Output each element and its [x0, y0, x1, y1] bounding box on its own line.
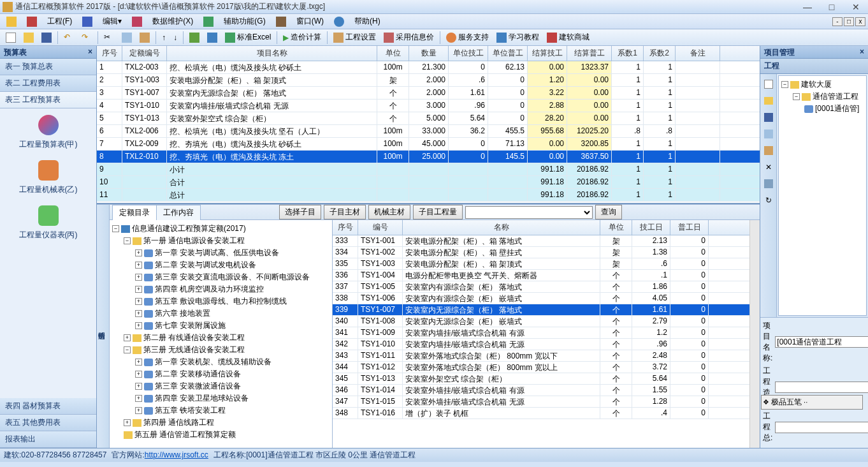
menu-window-icon[interactable] [272, 15, 290, 28]
col-header[interactable]: 序号 [97, 46, 122, 61]
rt-new[interactable] [762, 78, 775, 91]
col-header[interactable]: 备注 [676, 46, 720, 61]
tree-node[interactable]: +第一章 安装机架、缆线及辅助设备 [112, 356, 329, 368]
rt-copy[interactable] [762, 128, 775, 140]
tb-undo[interactable]: ↶ [61, 31, 77, 45]
expand-icon[interactable]: + [135, 286, 142, 293]
panel-close-button[interactable]: × [88, 47, 92, 57]
maximize-button[interactable]: □ [822, 1, 841, 13]
table-row[interactable]: 2TSY1-003安装电源分配架（柜）、箱 架顶式架2.000.601.200.… [97, 74, 760, 87]
btn-item-material[interactable]: 子目主材 [324, 205, 366, 219]
menu-edit-icon[interactable] [78, 15, 96, 28]
nav-label-2[interactable]: 工程量机械表(乙) [19, 184, 78, 195]
menu-project[interactable]: 工程(F) [43, 15, 76, 28]
btn-query[interactable]: 查询 [595, 205, 622, 219]
expand-icon[interactable]: + [135, 310, 142, 317]
menu-data[interactable]: 数据维护(X) [148, 15, 197, 28]
tb-redo[interactable]: ↷ [78, 31, 95, 45]
status-link[interactable]: http://www.jrsoft.cc [145, 450, 208, 459]
tb-copy[interactable] [119, 31, 135, 45]
menu-aux-icon[interactable] [199, 15, 217, 28]
expand-icon[interactable]: − [124, 346, 131, 353]
tb-cut[interactable]: ✂ [101, 31, 117, 45]
expand-icon[interactable]: − [124, 237, 131, 244]
expand-icon[interactable]: + [124, 419, 131, 426]
menu-edit[interactable]: 编辑▾ [99, 15, 126, 28]
nav-table1[interactable]: 表一 预算总表 [0, 59, 96, 75]
scrollbar[interactable] [749, 220, 760, 448]
tb-adopt[interactable]: 采用信息价 [380, 30, 437, 45]
expand-icon[interactable]: + [135, 249, 142, 256]
prop-total-input[interactable] [775, 422, 868, 433]
expand-icon[interactable]: + [135, 371, 142, 378]
ime-indicator[interactable]: ❖ 极品五笔 ·· [761, 395, 863, 410]
nav-table4[interactable]: 表四 器材预算表 [0, 398, 96, 415]
tree-node[interactable]: +第四章 机房空调及动力环境监控 [112, 283, 329, 295]
tab-work-content[interactable]: 工作内容 [156, 205, 201, 220]
menu-open[interactable] [23, 15, 41, 28]
tree-node[interactable]: −第三册 无线通信设备安装工程 [112, 344, 329, 356]
table-row[interactable]: 1TXL2-003挖、松填光（电）缆沟及接头坑 砂砾土100m21.300062… [97, 61, 760, 74]
rt-props[interactable] [762, 177, 775, 190]
table-row[interactable]: 9小计991.1820186.9211 [97, 163, 760, 176]
expand-icon[interactable]: + [135, 359, 142, 366]
col-header[interactable]: 项目名称 [167, 46, 377, 61]
rt-delete[interactable]: ✕ [762, 161, 775, 174]
col-header[interactable]: 结算技工 [528, 46, 567, 61]
table-row[interactable]: 8TXL2-010挖、夯填光（电）缆沟及接头坑 冻土100m25.0000145… [97, 151, 760, 163]
proj-child1[interactable]: −通信管道工程 [781, 91, 864, 103]
table-row[interactable]: 6TXL2-006挖、松填光（电）缆沟及接头坑 坚石（人工）100m33.000… [97, 125, 760, 138]
col-header[interactable]: 编号 [358, 220, 403, 235]
project-tree[interactable]: −建软大厦 −通信管道工程 [0001通信管] [778, 75, 867, 316]
grid-body[interactable]: 1TXL2-003挖、松填光（电）缆沟及接头坑 砂砾土100m21.300062… [97, 61, 760, 203]
list-row[interactable]: 340TSY1-008安装室内无源综合架（柜） 嵌墙式个2.790 [333, 316, 749, 327]
expand-icon[interactable]: − [793, 93, 800, 100]
prop-name-input[interactable] [775, 336, 868, 348]
btn-select-item[interactable]: 选择子目 [279, 205, 321, 219]
list-body[interactable]: 333TSY1-001安装电源分配架（柜）、箱 落地式架2.130334TSY1… [333, 235, 749, 448]
col-header[interactable]: 系数1 [612, 46, 644, 61]
table-row[interactable]: 11总计991.1820186.9211 [97, 189, 760, 202]
table-row[interactable]: 3TSY1-007安装室内无源综合架（柜） 落地式个2.0001.6103.22… [97, 87, 760, 100]
tree-node[interactable]: +第五章 敷设电源母线、电力和控制缆线 [112, 295, 329, 308]
budget-grid[interactable]: 序号定额编号项目名称单位数量单位技工单位普工结算技工结算普工系数1系数2备注 1… [97, 46, 760, 204]
col-header[interactable]: 单位普工 [488, 46, 528, 61]
list-row[interactable]: 335TSY1-003安装电源分配架（柜）、箱 架顶式架.60 [333, 258, 749, 270]
nav-label-1[interactable]: 工程量预算表(甲) [19, 139, 78, 150]
list-row[interactable]: 338TSY1-006安装室内有源综合架（柜） 嵌墙式个4.050 [333, 293, 749, 304]
nav-report[interactable]: 报表输出 [0, 431, 96, 448]
list-row[interactable]: 334TSY1-002安装电源分配架（柜）、箱 壁挂式架1.380 [333, 247, 749, 258]
tree-node[interactable]: −信息通信建设工程预算定额(2017) [112, 223, 329, 235]
tree-node[interactable]: +第二册 有线通信设备安装工程 [112, 332, 329, 344]
expand-icon[interactable]: + [135, 395, 142, 402]
col-header[interactable]: 普工日 [670, 220, 709, 235]
tree-node[interactable]: 第五册 通信管道工程预算定额 [112, 429, 329, 441]
tb-import[interactable] [186, 31, 203, 45]
tree-node[interactable]: +第六章 接地装置 [112, 308, 329, 320]
tb-export[interactable] [204, 31, 221, 45]
expand-icon[interactable]: + [135, 322, 142, 329]
nav-table3[interactable]: 表三 工程预算表 [0, 92, 96, 108]
list-row[interactable]: 346TSY1-014安装室外墙挂/嵌墙式综合机箱 有源个1.550 [333, 385, 749, 396]
tb-up[interactable]: ↑ [159, 31, 169, 44]
tree-node[interactable]: +第四章 安装卫星地球站设备 [112, 392, 329, 404]
quota-list[interactable]: 序号编号名称单位技工日普工日 333TSY1-001安装电源分配架（柜）、箱 落… [333, 220, 749, 448]
expand-icon[interactable]: + [135, 274, 142, 281]
quota-tree[interactable]: −信息通信建设工程预算定额(2017)−第一册 通信电源设备安装工程+第一章 安… [110, 220, 333, 448]
tb-down[interactable]: ↓ [170, 31, 180, 44]
tree-node[interactable]: +第七章 安装附属设施 [112, 320, 329, 332]
col-header[interactable]: 名称 [403, 220, 600, 235]
table-row[interactable]: 5TSY1-013安装室外架空式 综合架（柜）个5.0005.64028.200… [97, 112, 760, 125]
rt-refresh[interactable]: ↻ [762, 194, 775, 207]
right-close-button[interactable]: × [860, 47, 864, 57]
btn-item-qty[interactable]: 子目工程量 [413, 205, 463, 219]
minimize-button[interactable]: — [798, 1, 817, 13]
proj-root[interactable]: −建软大厦 [781, 78, 864, 91]
expand-icon[interactable]: + [135, 407, 142, 414]
menu-window[interactable]: 窗口(W) [293, 15, 328, 28]
tb-mall[interactable]: 建软商城 [544, 30, 593, 45]
table-row[interactable]: 7TXL2-009挖、夯填光（电）缆沟及接头坑 砂砾土100m45.000071… [97, 138, 760, 151]
tree-node[interactable]: +第四册 通信线路工程 [112, 417, 329, 429]
prop-cost-input[interactable] [775, 382, 868, 393]
tree-node[interactable]: +第三章 安装交直流电源设备、不间断电源设备 [112, 271, 329, 283]
